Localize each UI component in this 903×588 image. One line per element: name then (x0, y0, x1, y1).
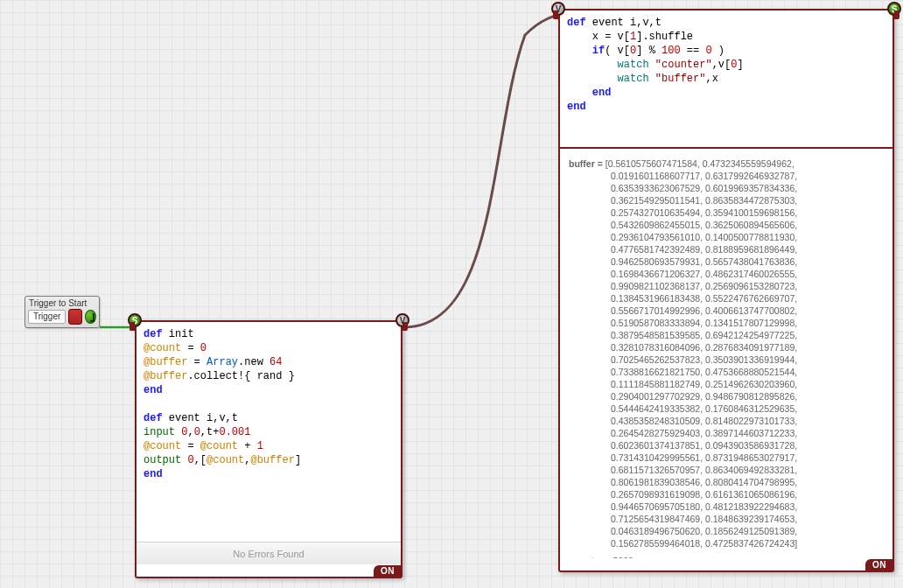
trigger-label: Trigger (28, 310, 66, 324)
onoff-toggle-left[interactable]: ON (374, 565, 402, 578)
watch-output: buffer = [0.5610575607471584, 0.47323455… (560, 150, 892, 558)
trigger-run-button[interactable] (85, 310, 96, 324)
code-editor-init[interactable]: def init @count = 0 @buffer = Array.new … (136, 322, 401, 486)
trigger-title: Trigger to Start (25, 297, 99, 309)
trigger-to-start-node[interactable]: Trigger to Start Trigger (24, 296, 100, 328)
status-bar: No Errors Found (136, 542, 401, 564)
code-editor-event[interactable]: def event i,v,t x = v[1].shuffle if( v[0… (560, 10, 892, 119)
watch-buffer-values: 0.5610575607471584, 0.4732345559594962,0… (608, 158, 798, 549)
script-node-event[interactable]: V S def event i,v,t x = v[1].shuffle if(… (558, 9, 894, 572)
watch-buffer: buffer = [0.5610575607471584, 0.47323455… (569, 158, 884, 550)
node-divider (560, 147, 892, 149)
port-in-nib (130, 322, 135, 331)
watch-counter: counter = 5600 (569, 555, 884, 558)
status-text: No Errors Found (233, 549, 304, 559)
onoff-toggle-right[interactable]: ON (865, 559, 893, 571)
port-out-nib-right (894, 10, 900, 19)
watch-counter-label: counter = (569, 556, 612, 558)
port-in-nib-right (553, 10, 558, 19)
trigger-stop-button[interactable] (68, 309, 82, 325)
watch-buffer-label: buffer = (569, 158, 606, 169)
watch-counter-value: 5600 (612, 556, 633, 558)
script-node-init[interactable]: S V def init @count = 0 @buffer = Array.… (135, 320, 402, 578)
port-out-nib (402, 322, 408, 331)
